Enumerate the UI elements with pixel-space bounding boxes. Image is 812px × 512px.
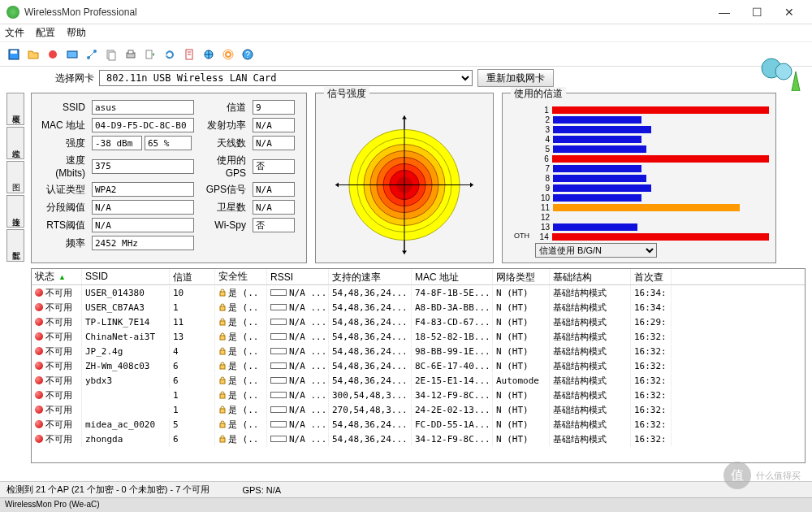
freq-field[interactable]	[92, 236, 194, 250]
table-row[interactable]: 不可用 ZH-Wm_408c03 6 是 (.. N/A ... 54,48,3…	[32, 358, 805, 373]
status-dot-icon	[35, 332, 43, 341]
sat-field[interactable]	[253, 200, 295, 215]
globe-icon[interactable]	[200, 46, 218, 63]
side-tab-1[interactable]: 左续	[6, 127, 24, 159]
cell-rssi: N/A ...	[289, 375, 326, 386]
side-tab-2[interactable]: 图	[6, 161, 24, 193]
cell-mac: 8C-6E-17-40...	[412, 359, 493, 373]
frag-field[interactable]	[92, 200, 194, 215]
help-icon[interactable]: ?	[239, 46, 257, 63]
ant-field[interactable]	[253, 136, 295, 150]
rssi-bar-icon	[270, 289, 287, 296]
svg-rect-44	[220, 336, 225, 340]
channel-mode-select[interactable]: 信道使用 B/G/N	[535, 243, 657, 258]
refresh-icon[interactable]	[161, 46, 179, 63]
export-icon[interactable]	[141, 46, 159, 63]
cell-mac: 34-12-F9-8C...	[412, 432, 493, 446]
channel-bar	[553, 145, 646, 153]
network-icon[interactable]	[83, 46, 101, 63]
col-nettype[interactable]: 网络类型	[493, 269, 550, 284]
menu-config[interactable]: 配置	[36, 26, 55, 40]
menu-help[interactable]: 帮助	[67, 26, 86, 40]
side-tab-0[interactable]: 概要	[6, 93, 24, 125]
table-row[interactable]: 不可用 ybdx3 6 是 (.. N/A ... 54,48,36,24...…	[32, 373, 805, 388]
gpssig-field[interactable]	[253, 182, 295, 197]
cell-rates: 54,48,36,24...	[329, 330, 412, 344]
col-channel[interactable]: 信道	[170, 269, 215, 284]
table-row[interactable]: 不可用 1 是 (.. N/A ... 300,54,48,3... 34-12…	[32, 388, 805, 402]
log-icon[interactable]	[180, 46, 198, 63]
col-mac[interactable]: MAC 地址	[412, 269, 493, 284]
ssid-field[interactable]	[92, 100, 194, 115]
channel-field[interactable]	[253, 100, 295, 115]
cell-mac: 2E-15-E1-14...	[412, 374, 493, 388]
channel-number: 1	[535, 106, 549, 115]
table-row[interactable]: 不可用 zhongda 6 是 (.. N/A ... 54,48,36,24.…	[32, 432, 805, 446]
col-security[interactable]: 安全性	[215, 269, 267, 284]
svg-rect-1	[11, 50, 17, 54]
svg-rect-41	[220, 292, 225, 296]
col-rates[interactable]: 支持的速率	[329, 269, 412, 284]
cell-nettype: N (HT)	[493, 330, 550, 344]
table-row[interactable]: 不可用 midea_ac_0020 5 是 (.. N/A ... 54,48,…	[32, 417, 805, 432]
table-row[interactable]: 不可用 USER_CB7AA3 1 是 (.. N/A ... 54,48,36…	[32, 300, 805, 315]
cell-nettype: N (HT)	[493, 315, 550, 329]
close-button[interactable]: ✕	[773, 1, 806, 24]
minimize-button[interactable]: —	[708, 1, 741, 24]
save-icon[interactable]	[5, 46, 23, 63]
print-icon[interactable]	[122, 46, 140, 63]
table-row[interactable]: 不可用 USER_014380 10 是 (.. N/A ... 54,48,3…	[32, 285, 805, 300]
tx-field[interactable]	[253, 118, 295, 132]
svg-rect-11	[146, 50, 152, 59]
dbm-field[interactable]	[92, 136, 142, 150]
cell-rssi: N/A ...	[289, 390, 326, 401]
table-row[interactable]: 不可用 ChinaNet-ai3T 13 是 (.. N/A ... 54,48…	[32, 329, 805, 344]
cell-security: 是 (..	[228, 375, 259, 387]
open-icon[interactable]	[24, 46, 42, 63]
settings-icon[interactable]	[219, 46, 237, 63]
wispy-field[interactable]	[253, 218, 295, 232]
channel-number: 2	[535, 115, 550, 124]
mac-field[interactable]	[92, 118, 194, 132]
copy-icon[interactable]	[102, 46, 120, 63]
cell-rates: 54,48,36,24...	[329, 432, 412, 446]
table-row[interactable]: 不可用 JP_2.4g 4 是 (.. N/A ... 54,48,36,24.…	[32, 344, 805, 358]
table-row[interactable]: 不可用 TP-LINK_7E14 11 是 (.. N/A ... 54,48,…	[32, 315, 805, 329]
col-ssid[interactable]: SSID	[82, 269, 170, 284]
side-tab-4[interactable]: 配置	[6, 229, 24, 262]
side-tab-3[interactable]: 连接	[6, 195, 24, 228]
channel-number: 14	[535, 232, 549, 241]
record-icon[interactable]	[44, 46, 62, 63]
taskbar-item[interactable]: WirelessMon Pro (We-aC)	[5, 500, 100, 509]
reload-nic-button[interactable]: 重新加载网卡	[477, 69, 554, 87]
auth-field[interactable]	[92, 182, 194, 197]
cell-security: 是 (..	[228, 345, 259, 358]
ant-label: 天线数	[202, 137, 248, 150]
channel-bar	[553, 165, 641, 172]
gps-field[interactable]	[253, 159, 295, 174]
lock-icon	[218, 318, 227, 326]
col-status[interactable]: 状态▲	[32, 269, 82, 284]
cell-nettype: N (HT)	[493, 432, 550, 446]
menu-file[interactable]: 文件	[5, 26, 24, 40]
maximize-button[interactable]: ☐	[741, 1, 773, 24]
channel-row: 4	[535, 134, 769, 144]
cell-first: 16:32:	[631, 403, 672, 417]
cell-nettype: N (HT)	[493, 403, 550, 417]
window-title: WirelessMon Professional	[24, 7, 708, 18]
svg-rect-45	[220, 350, 225, 354]
col-rssi[interactable]: RSSI	[267, 269, 329, 284]
nic-select[interactable]: 802.11n USB Wireless LAN Card	[99, 70, 473, 86]
col-infra[interactable]: 基础结构	[550, 269, 631, 284]
table-row[interactable]: 不可用 1 是 (.. N/A ... 270,54,48,3... 24-2E…	[32, 402, 805, 417]
pct-field[interactable]	[145, 136, 192, 150]
cell-nettype: Automode	[493, 374, 550, 388]
scan-icon[interactable]	[63, 46, 81, 63]
col-first[interactable]: 首次查	[631, 269, 672, 284]
speed-field[interactable]	[92, 159, 194, 174]
rts-field[interactable]	[92, 218, 194, 232]
channel-bar	[553, 136, 641, 143]
grid-body[interactable]: 不可用 USER_014380 10 是 (.. N/A ... 54,48,3…	[32, 285, 805, 462]
channel-number: 7	[535, 164, 550, 173]
cell-mac: FC-DD-55-1A...	[412, 418, 493, 432]
